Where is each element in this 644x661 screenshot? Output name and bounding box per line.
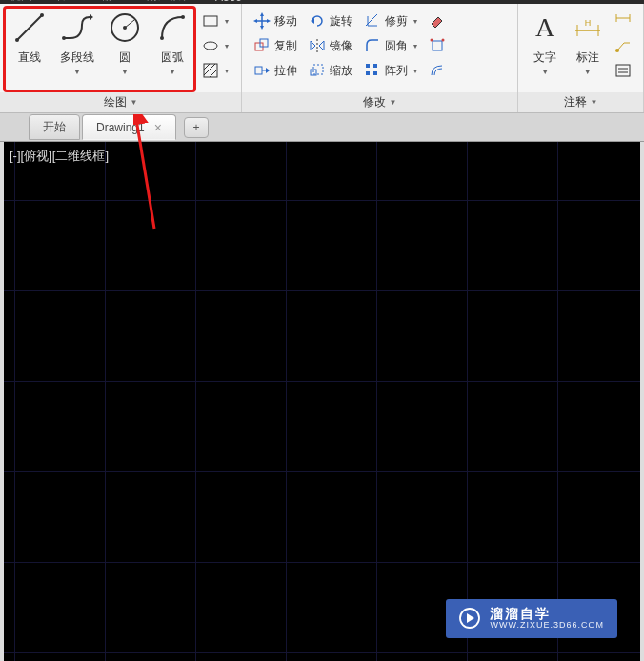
annotate-panel-title[interactable]: 注释 ▼ (518, 92, 643, 112)
copy-icon (253, 37, 271, 54)
chevron-down-icon: ▾ (225, 42, 229, 50)
svg-rect-32 (373, 71, 377, 75)
drawing-canvas[interactable]: [-][俯视][二维线框] 溜溜自学 WWW.ZIXUE.3D66.COM (0, 142, 644, 661)
svg-point-11 (204, 42, 217, 50)
svg-point-7 (123, 26, 127, 30)
chevron-down-icon: ▾ (413, 42, 417, 50)
circle-label: 圆 (119, 50, 131, 66)
fillet-icon (364, 37, 381, 54)
chevron-down-icon: ▼ (591, 98, 598, 107)
svg-rect-12 (204, 64, 217, 77)
line-label: 直线 (18, 50, 41, 66)
viewport-label[interactable]: [-][俯视][二维线框] (10, 148, 109, 165)
rotate-button[interactable]: 旋转 (305, 10, 356, 32)
polyline-icon (59, 10, 95, 46)
svg-line-0 (17, 15, 42, 40)
chevron-down-icon: ▼ (541, 68, 549, 76)
chevron-down-icon: ▼ (584, 68, 592, 76)
table-icon (614, 37, 632, 54)
leader-icon (614, 12, 632, 30)
svg-marker-26 (319, 41, 324, 50)
draw-panel-title[interactable]: 绘图 ▼ (0, 92, 241, 112)
watermark-url: WWW.ZIXUE.3D66.COM (490, 621, 604, 631)
chevron-down-icon: ▼ (390, 98, 397, 107)
text-button[interactable]: A 文字 ▼ (524, 8, 567, 89)
svg-point-9 (181, 15, 185, 19)
mtext-icon (614, 62, 632, 79)
mirror-icon (309, 37, 326, 54)
explode-button[interactable] (425, 34, 450, 57)
stretch-icon (253, 62, 271, 79)
svg-rect-31 (366, 71, 370, 75)
rectangle-button[interactable]: ▾ (198, 10, 232, 32)
array-icon (364, 62, 381, 79)
modify-panel: 移动 复制 拉伸 (242, 4, 518, 112)
move-icon (253, 12, 271, 30)
svg-rect-29 (366, 64, 370, 68)
svg-marker-49 (467, 613, 474, 623)
offset-button[interactable] (425, 59, 450, 82)
line-icon (11, 10, 48, 46)
draw-panel: 直线 多段线 ▼ 圆 ▼ 圆弧 ▼ (0, 4, 242, 112)
explode-icon (429, 37, 446, 54)
trim-button[interactable]: 修剪 ▾ (360, 10, 421, 32)
ellipse-button[interactable]: ▾ (198, 34, 232, 57)
chevron-down-icon: ▾ (413, 17, 417, 26)
chevron-down-icon: ▼ (131, 98, 138, 107)
arc-button[interactable]: 圆弧 ▼ (149, 8, 196, 89)
svg-rect-30 (373, 64, 377, 68)
tab-drawing[interactable]: Drawing1 × (82, 114, 176, 140)
svg-text:H: H (585, 18, 592, 28)
plus-icon: + (192, 121, 199, 134)
modify-panel-title[interactable]: 修改 ▼ (242, 92, 517, 112)
circle-button[interactable]: 圆 ▼ (101, 8, 149, 89)
svg-marker-23 (266, 68, 270, 73)
circle-icon (107, 10, 143, 46)
svg-rect-10 (204, 16, 217, 26)
svg-point-2 (40, 13, 44, 17)
move-button[interactable]: 移动 (250, 10, 301, 32)
watermark-title: 溜溜自学 (490, 607, 604, 621)
mtext-button[interactable] (611, 59, 635, 82)
dimension-button[interactable]: H 标注 ▼ (567, 8, 610, 89)
new-tab-button[interactable]: + (184, 117, 209, 138)
scale-button[interactable]: 缩放 (305, 59, 356, 82)
array-button[interactable]: 阵列 ▾ (360, 59, 421, 82)
erase-icon (429, 12, 446, 30)
svg-rect-45 (616, 65, 630, 76)
svg-marker-4 (90, 14, 93, 20)
svg-marker-18 (253, 19, 257, 23)
dimension-icon: H (570, 10, 606, 46)
copy-button[interactable]: 复制 (250, 34, 301, 57)
leader-button[interactable] (611, 10, 635, 32)
mirror-button[interactable]: 镜像 (305, 34, 356, 57)
text-label: 文字 (533, 50, 556, 66)
close-icon[interactable]: × (154, 120, 162, 135)
chevron-down-icon: ▼ (121, 68, 129, 76)
svg-rect-22 (255, 67, 262, 74)
annotate-panel: A 文字 ▼ H 标注 ▼ (518, 4, 644, 112)
watermark: 溜溜自学 WWW.ZIXUE.3D66.COM (446, 599, 617, 638)
trim-icon (364, 12, 381, 30)
tab-strip: 开始 Drawing1 × + (0, 113, 644, 142)
svg-point-34 (431, 39, 433, 42)
arc-icon (154, 10, 191, 46)
dimension-label: 标注 (576, 50, 599, 66)
tab-start[interactable]: 开始 (29, 114, 80, 140)
chevron-down-icon: ▼ (169, 68, 176, 76)
hatch-button[interactable]: ▾ (198, 59, 232, 82)
rectangle-icon (202, 12, 219, 30)
polyline-button[interactable]: 多段线 ▼ (53, 8, 101, 89)
svg-point-3 (62, 36, 66, 40)
svg-point-8 (160, 36, 164, 40)
svg-line-15 (210, 70, 217, 77)
chevron-down-icon: ▾ (225, 17, 229, 26)
text-icon: A (527, 10, 563, 46)
fillet-button[interactable]: 圆角 ▾ (360, 34, 421, 57)
stretch-button[interactable]: 拉伸 (250, 59, 301, 82)
line-button[interactable]: 直线 (6, 8, 53, 89)
table-button[interactable] (611, 34, 635, 57)
svg-marker-25 (311, 41, 315, 50)
erase-button[interactable] (425, 10, 450, 32)
chevron-down-icon: ▼ (73, 68, 81, 76)
